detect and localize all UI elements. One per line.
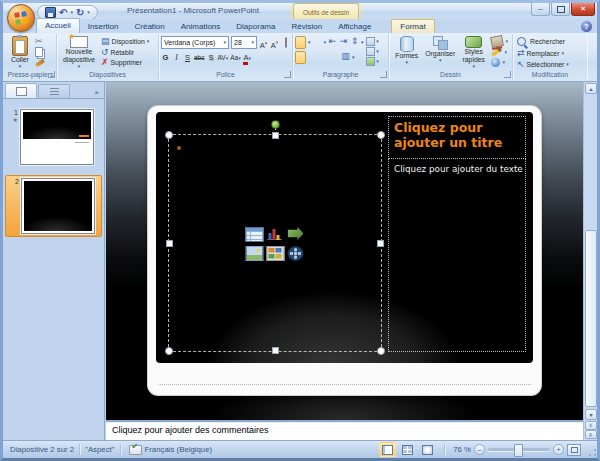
slide-thumbnail-1[interactable]: 1 ★ bbox=[5, 107, 102, 167]
justify-button[interactable] bbox=[330, 52, 339, 63]
layout-button[interactable]: ▤Disposition▾ bbox=[99, 36, 151, 47]
resize-handle-left[interactable] bbox=[166, 240, 173, 247]
find-button[interactable]: Rechercher bbox=[515, 36, 585, 47]
new-slide-button[interactable]: ★ Nouvelle diapositive ▾ bbox=[59, 35, 99, 69]
insert-clipart-icon[interactable] bbox=[267, 246, 285, 261]
underline-button[interactable]: S bbox=[183, 52, 192, 63]
grow-font-button[interactable]: A▴ bbox=[259, 37, 268, 48]
cut-button[interactable]: ✂ bbox=[33, 36, 47, 47]
close-button[interactable]: × bbox=[571, 3, 595, 16]
align-right-button[interactable] bbox=[319, 52, 328, 63]
rotation-handle[interactable] bbox=[271, 120, 280, 129]
slide-1-preview[interactable] bbox=[20, 109, 94, 165]
scroll-up-button[interactable]: ▴ bbox=[585, 83, 597, 94]
notes-pane[interactable]: Cliquez pour ajouter des commentaires bbox=[106, 420, 583, 440]
tab-outline[interactable] bbox=[38, 84, 70, 98]
columns-button[interactable]: ▥ bbox=[341, 52, 350, 63]
font-color-button[interactable]: A▾ bbox=[243, 52, 252, 63]
qat-customize-button[interactable]: ▾ bbox=[87, 10, 90, 15]
character-spacing-button[interactable]: AV▾ bbox=[217, 52, 228, 63]
bullets-button[interactable] bbox=[295, 36, 306, 49]
office-button[interactable] bbox=[7, 4, 35, 32]
zoom-slider-thumb[interactable] bbox=[514, 444, 523, 457]
tab-affichage[interactable]: Affichage bbox=[330, 20, 379, 33]
drawing-dialog-launcher-icon[interactable] bbox=[504, 71, 511, 78]
tab-insertion[interactable]: Insertion bbox=[80, 20, 127, 33]
slide-editing-area[interactable]: Cliquez pour ajouter un titre Cliquez po… bbox=[106, 82, 583, 420]
change-case-button[interactable]: Aa▾ bbox=[230, 52, 240, 63]
align-text-button[interactable]: ▾ bbox=[366, 46, 380, 56]
replace-button[interactable]: ⇄Remplacer▾ bbox=[515, 48, 585, 59]
slide-sorter-view-button[interactable] bbox=[399, 442, 416, 457]
tab-accueil[interactable]: Accueil bbox=[36, 18, 80, 33]
arrange-button[interactable]: Organiser ▾ bbox=[423, 35, 458, 69]
repeat-icon[interactable]: ↻ bbox=[76, 8, 84, 18]
language-indicator[interactable]: Français (Belgique) bbox=[145, 445, 213, 454]
copy-button[interactable] bbox=[33, 47, 47, 58]
tab-slides-thumbnails[interactable] bbox=[5, 83, 37, 98]
next-slide-button[interactable]: « bbox=[585, 430, 597, 439]
insert-chart-icon[interactable] bbox=[267, 227, 283, 240]
normal-view-button[interactable] bbox=[379, 442, 396, 457]
previous-slide-button[interactable]: « bbox=[585, 421, 597, 430]
paste-button[interactable]: Coller ▾ bbox=[7, 35, 33, 69]
insert-picture-icon[interactable] bbox=[246, 246, 264, 261]
scroll-down-button[interactable]: ▾ bbox=[585, 409, 597, 420]
convert-smartart-button[interactable]: ▾ bbox=[366, 56, 380, 66]
body-text-placeholder[interactable]: Cliquez pour ajouter du texte bbox=[388, 159, 526, 352]
resize-handle-bottom[interactable] bbox=[272, 347, 279, 354]
undo-dropdown-icon[interactable]: ▾ bbox=[70, 10, 73, 15]
font-size-combobox[interactable]: 28▾ bbox=[231, 36, 257, 49]
quick-styles-button[interactable]: Styles rapides ▾ bbox=[458, 35, 490, 69]
save-icon[interactable] bbox=[45, 7, 56, 18]
resize-handle-bottom-right[interactable] bbox=[377, 347, 385, 355]
zoom-slider[interactable] bbox=[488, 448, 550, 451]
shape-effects-button[interactable]: ▾ bbox=[489, 58, 510, 69]
font-dialog-launcher-icon[interactable] bbox=[284, 71, 291, 78]
tab-format[interactable]: Format bbox=[391, 19, 434, 33]
paragraph-dialog-launcher-icon[interactable] bbox=[380, 71, 387, 78]
resize-handle-top[interactable] bbox=[272, 132, 279, 139]
shapes-button[interactable]: Formes ▾ bbox=[391, 35, 423, 69]
align-center-button[interactable] bbox=[308, 52, 317, 63]
text-direction-button[interactable]: ▾ bbox=[366, 36, 380, 46]
resize-handle-right[interactable] bbox=[377, 240, 384, 247]
title-placeholder[interactable]: Cliquez pour ajouter un titre bbox=[388, 116, 526, 159]
resize-handle-top-left[interactable] bbox=[165, 131, 173, 139]
content-placeholder[interactable] bbox=[168, 134, 382, 352]
tab-animations[interactable]: Animations bbox=[173, 20, 229, 33]
tab-creation[interactable]: Création bbox=[126, 20, 172, 33]
insert-media-icon[interactable] bbox=[288, 246, 304, 261]
delete-slide-button[interactable]: ✗Supprimer bbox=[99, 57, 151, 68]
tab-revision[interactable]: Révision bbox=[283, 20, 330, 33]
zoom-out-button[interactable]: – bbox=[474, 444, 485, 455]
insert-table-icon[interactable] bbox=[246, 227, 264, 242]
zoom-level[interactable]: 76 % bbox=[453, 445, 471, 454]
italic-button[interactable]: I bbox=[172, 52, 181, 63]
zoom-in-button[interactable]: + bbox=[553, 444, 564, 455]
undo-icon[interactable]: ↶ bbox=[59, 8, 67, 18]
increase-indent-button[interactable]: ⇥ bbox=[339, 37, 348, 48]
shrink-font-button[interactable]: A▾ bbox=[270, 37, 279, 48]
insert-smartart-icon[interactable] bbox=[288, 227, 304, 240]
resize-handle-bottom-left[interactable] bbox=[165, 347, 173, 355]
clear-formatting-button[interactable] bbox=[281, 37, 290, 48]
decrease-indent-button[interactable]: ⇤ bbox=[328, 37, 337, 48]
font-family-combobox[interactable]: Verdana (Corps)▾ bbox=[161, 36, 229, 49]
numbering-button[interactable] bbox=[313, 37, 322, 48]
line-spacing-button[interactable]: ⇕ bbox=[350, 37, 359, 48]
slide[interactable]: Cliquez pour ajouter un titre Cliquez po… bbox=[148, 106, 541, 395]
slide-2-preview[interactable] bbox=[21, 178, 95, 234]
slide-thumbnail-2[interactable]: 2 bbox=[5, 175, 102, 237]
text-shadow-button[interactable]: S bbox=[206, 52, 215, 63]
clipboard-dialog-launcher-icon[interactable] bbox=[48, 71, 55, 78]
help-button[interactable]: ? bbox=[581, 21, 592, 32]
bold-button[interactable]: G bbox=[161, 52, 170, 63]
format-painter-button[interactable] bbox=[33, 57, 47, 68]
select-button[interactable]: ↖Sélectionner▾ bbox=[515, 59, 585, 70]
spell-check-icon[interactable]: ✔ bbox=[129, 445, 142, 455]
resize-handle-top-right[interactable] bbox=[377, 131, 385, 139]
align-left-button[interactable] bbox=[295, 51, 306, 64]
fit-slide-to-window-button[interactable] bbox=[567, 444, 581, 456]
scrollbar-thumb[interactable] bbox=[585, 230, 597, 407]
